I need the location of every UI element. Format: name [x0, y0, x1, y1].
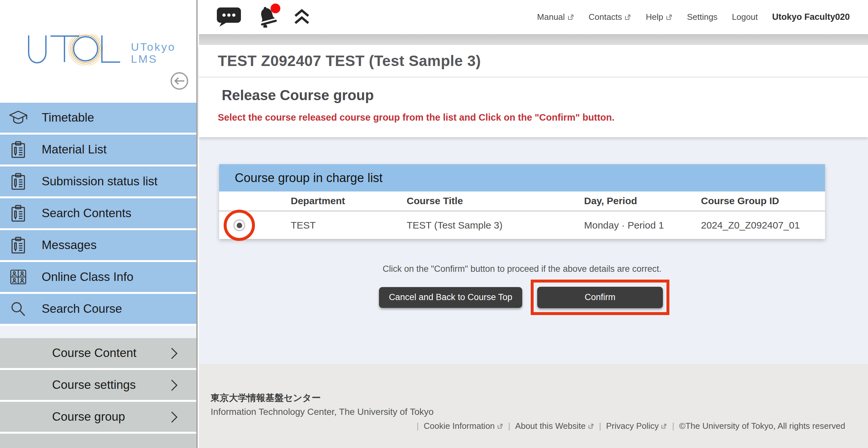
- table-title: Course group in charge list: [235, 171, 382, 185]
- section-title: Release Course group: [222, 87, 868, 103]
- cell-day-period: Monday · Period 1: [584, 220, 701, 231]
- magnifier-icon: [0, 300, 36, 317]
- sidebar-item-label: Messages: [42, 238, 97, 252]
- footer-copyright: ©The University of Tokyo, All rights res…: [679, 421, 845, 431]
- nav-settings[interactable]: Settings: [687, 12, 718, 22]
- sidebar-group-label: Course settings: [52, 378, 136, 392]
- sidebar-group-partial: [0, 434, 196, 448]
- main-area: Manual Contacts Help: [199, 0, 868, 448]
- column-header: Course Title: [407, 196, 584, 206]
- topbar: Manual Contacts Help: [199, 0, 868, 34]
- separator: |: [599, 421, 601, 431]
- sidebar-item-search-course[interactable]: Search Course: [0, 294, 196, 324]
- sidebar-section-gap: [0, 326, 196, 338]
- confirm-button[interactable]: Confirm: [537, 287, 663, 308]
- sidebar-item-label: Material List: [42, 143, 106, 157]
- footer-org-en: Information Technology Center, The Unive…: [211, 407, 434, 417]
- release-section: Release Course group Select the course r…: [199, 77, 868, 137]
- sidebar-item-search-contents[interactable]: Search Contents: [0, 198, 196, 228]
- sidebar-group-label: Course Content: [52, 346, 136, 360]
- utol-logo: [28, 34, 125, 66]
- content-area: Course group in charge list Department C…: [199, 137, 868, 364]
- sidebar-group-course-settings[interactable]: Course settings: [0, 370, 196, 400]
- chevron-right-icon: [170, 347, 178, 361]
- table-header-row: Department Course Title Day, Period Cour…: [219, 192, 825, 212]
- footer: 東京大学情報基盤センター Information Technology Cent…: [199, 364, 868, 448]
- sidebar-item-label: Online Class Info: [42, 270, 133, 284]
- user-name: Utokyo Faculty020: [772, 12, 850, 22]
- footer-link-cookie-information[interactable]: Cookie Information: [424, 421, 503, 431]
- separator: |: [417, 421, 419, 431]
- annotation-rectangle-confirm: Confirm: [531, 280, 670, 315]
- arrow-left-icon: [174, 76, 185, 85]
- logo-area: UTokyo LMS: [0, 0, 196, 103]
- nav-help[interactable]: Help: [646, 12, 672, 22]
- column-header: Course Group ID: [701, 196, 825, 206]
- nav-contacts[interactable]: Contacts: [589, 12, 632, 22]
- sidebar-item-label: Timetable: [42, 111, 94, 125]
- external-link-icon: [661, 423, 667, 429]
- separator: |: [672, 421, 674, 431]
- table-row: TEST TEST (Test Sample 3) Monday · Perio…: [219, 212, 825, 239]
- cell-department: TEST: [291, 220, 407, 231]
- cancel-button[interactable]: Cancel and Back to Course Top: [379, 287, 522, 308]
- cell-course-title: TEST (Test Sample 3): [407, 220, 584, 231]
- radio-selected-dot: [237, 223, 242, 228]
- external-link-icon: [567, 14, 574, 21]
- sidebar-item-material-list[interactable]: Material List: [0, 135, 196, 165]
- sidebar-item-timetable[interactable]: Timetable: [0, 103, 196, 133]
- radio-cell: [219, 219, 291, 231]
- collapse-up-icon[interactable]: [293, 9, 310, 26]
- logo-subtitle: UTokyo LMS: [131, 41, 176, 65]
- sidebar-item-online-class-info[interactable]: Online Class Info: [0, 262, 196, 292]
- page-title-row: TEST Z092407 TEST (Test Sample 3): [199, 45, 868, 77]
- sidebar-item-label: Search Contents: [42, 206, 131, 220]
- notification-badge: [271, 4, 280, 13]
- external-link-icon: [624, 14, 631, 21]
- footer-link-about-this-website[interactable]: About this Website: [515, 421, 594, 431]
- sidebar-group-label: Course group: [52, 410, 125, 424]
- topbar-icons: [217, 5, 310, 29]
- online-class-icon: [0, 269, 36, 285]
- sidebar: UTokyo LMS Timetable: [0, 0, 198, 448]
- clipboard-icon: [0, 205, 36, 222]
- sidebar-collapse-button[interactable]: [170, 72, 188, 90]
- clipboard-icon: [0, 236, 36, 254]
- nav-logout[interactable]: Logout: [732, 12, 758, 22]
- sidebar-item-messages[interactable]: Messages: [0, 230, 196, 260]
- footer-org-jp: 東京大学情報基盤センター: [211, 392, 321, 404]
- chat-icon[interactable]: [217, 6, 241, 28]
- clipboard-icon: [0, 141, 36, 158]
- course-group-table: Course group in charge list Department C…: [219, 164, 825, 239]
- chevron-right-icon: [170, 411, 178, 424]
- external-link-icon: [588, 423, 594, 429]
- buttons-row: Cancel and Back to Course Top Confirm: [379, 280, 670, 315]
- instruction-text: Select the course released course group …: [218, 112, 868, 123]
- title-card: TEST Z092407 TEST (Test Sample 3) Releas…: [199, 45, 868, 137]
- table-title-bar: Course group in charge list: [219, 164, 825, 192]
- page-title: TEST Z092407 TEST (Test Sample 3): [218, 52, 481, 70]
- external-link-icon: [665, 14, 673, 21]
- notification-bell-icon[interactable]: [257, 5, 278, 29]
- cell-course-group-id: 2024_Z0_Z092407_01: [701, 220, 825, 231]
- clipboard-icon: [0, 173, 36, 190]
- footer-links: | Cookie Information | About this Websit…: [417, 421, 845, 431]
- confirm-note: Click on the "Confirm" button to proceed…: [219, 264, 825, 274]
- sidebar-item-label: Search Course: [42, 302, 122, 316]
- chevron-right-icon: [170, 379, 178, 393]
- sidebar-item-label: Submission status list: [42, 175, 158, 188]
- separator: |: [508, 421, 510, 431]
- sidebar-item-submission-status-list[interactable]: Submission status list: [0, 167, 196, 196]
- column-header: Department: [291, 196, 407, 206]
- topbar-nav: Manual Contacts Help: [537, 12, 850, 22]
- nav-manual[interactable]: Manual: [537, 12, 574, 22]
- header-separator-band: [199, 34, 868, 45]
- graduation-cap-icon: [0, 110, 36, 126]
- footer-link-privacy-policy[interactable]: Privacy Policy: [606, 421, 667, 431]
- sidebar-group-course-content[interactable]: Course Content: [0, 338, 196, 368]
- column-header: Day, Period: [584, 196, 701, 206]
- sidebar-group-course-group[interactable]: Course group: [0, 402, 196, 432]
- utol-lms-screen: UTokyo LMS Timetable: [0, 0, 868, 448]
- external-link-icon: [497, 423, 503, 429]
- course-group-radio[interactable]: [234, 219, 245, 231]
